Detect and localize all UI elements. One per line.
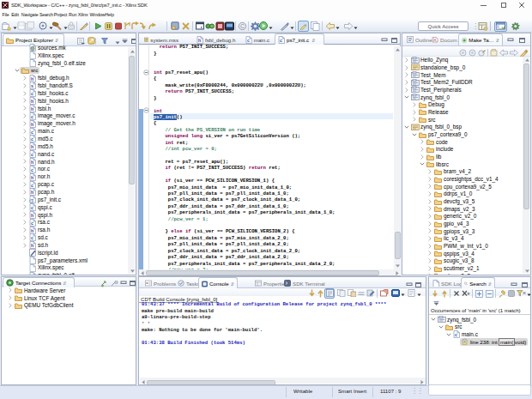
svg-text:c: c xyxy=(247,38,250,43)
svg-text:h: h xyxy=(31,213,33,218)
svg-text:h: h xyxy=(31,76,33,82)
svg-text:c: c xyxy=(31,205,33,210)
svg-text:h: h xyxy=(31,145,33,150)
svg-text:c: c xyxy=(455,333,457,338)
svg-text:C: C xyxy=(240,23,245,29)
svg-text:h: h xyxy=(31,190,33,196)
svg-text:s: s xyxy=(31,84,33,89)
svg-text:h: h xyxy=(31,228,33,233)
svg-text:h: h xyxy=(31,122,33,127)
svg-text:h: h xyxy=(31,100,33,105)
svg-text:c: c xyxy=(31,114,33,119)
svg-text:h: h xyxy=(31,175,33,180)
svg-text:c: c xyxy=(31,137,33,142)
svg-text:c: c xyxy=(280,38,282,43)
svg-text:c: c xyxy=(31,183,33,188)
svg-text:h: h xyxy=(31,244,33,249)
svg-text:c: c xyxy=(31,167,33,172)
svg-text:c: c xyxy=(31,130,33,135)
svg-text:h: h xyxy=(31,160,33,165)
svg-text:h: h xyxy=(31,106,33,112)
svg-text:c: c xyxy=(31,236,33,241)
svg-text:c: c xyxy=(31,92,33,97)
svg-text:h: h xyxy=(198,38,201,43)
svg-text:c: c xyxy=(31,221,33,226)
svg-text:c: c xyxy=(31,152,33,157)
